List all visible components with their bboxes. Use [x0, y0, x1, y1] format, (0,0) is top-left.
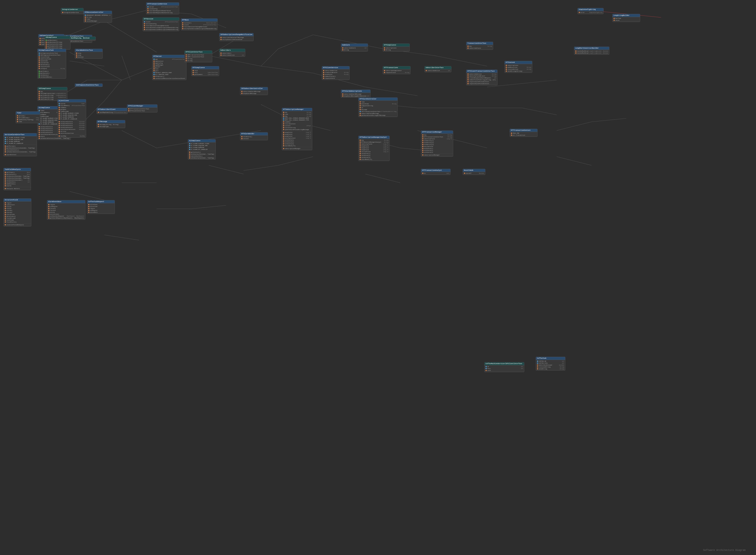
node-header: OTTContent [505, 61, 532, 64]
node-ott-client-manager[interactable]: OTTClientManager OTTTransactionInterface… [127, 104, 157, 113]
node-header: OTTSession [143, 17, 179, 20]
node-header: OTTTransactionService [146, 3, 179, 6]
node-integration-server[interactable]: IntegrationServer IntegrationService [61, 8, 84, 14]
node-transaction-interface[interactable]: TransactionInterface keyString subscribe… [466, 42, 493, 50]
node-header: OTTBase [181, 18, 218, 22]
node-structure-field[interactable]: StructureField region subContent fields … [3, 199, 31, 226]
node-ias-template-fuel-interface[interactable]: IASTemplateFuelInterface [75, 84, 103, 87]
node-header: LongShortConstructBuilder [574, 47, 609, 50]
node-otr-session-controller[interactable]: OTRSessionController BROADCAST_MESSAGE_I… [84, 11, 112, 23]
node-ott-message[interactable]: OTTMessage message(String, String) messa… [97, 120, 125, 128]
node-header: OTTTransactionManager [421, 131, 453, 134]
node-ott-compliance-2[interactable]: OTTCompliance subscriptions String [383, 44, 410, 51]
node-header: IOTCompliance [38, 87, 67, 90]
node-coffee-task-request[interactable]: CoffeeTaskRequest alarmTask alarmTime re… [87, 200, 115, 214]
node-header: HashMapLong, Boolean [70, 37, 95, 40]
node-ott-transaction-analyst[interactable]: OTTTransactionAnalyst ionull [421, 169, 451, 175]
node-header: OTTMessage [97, 120, 125, 123]
node-long-short-builder[interactable]: LongShortConstructBuilder handleMaxMorph… [574, 47, 609, 55]
node-header: OTTCompliance [192, 66, 219, 69]
node-header: OTTServer [152, 55, 186, 58]
node-service-alarm-interface[interactable]: ServiceAlarmInterface ST_ALARM_ALREADY_F… [3, 133, 37, 156]
node-ott-base[interactable]: OTTBase listenersSubscribersInt clientOT… [181, 18, 218, 30]
node-alarm-event-base[interactable]: AlarmEventBase region subRegion fields1 … [47, 200, 85, 220]
node-iot-subs-controller[interactable]: IOTSubscriberController subscribeAlarmMe… [240, 87, 268, 95]
node-coffee-machine-servicer[interactable]: CoffeeMachineServicerlOTClientlnterface … [484, 362, 524, 372]
node-ott-transaction-manager[interactable]: OTTTransactionManager keyString OTTTrans… [421, 131, 453, 157]
node-header: AlarmNodeInterface [75, 49, 102, 52]
node-header: OTTTransactions [383, 66, 410, 69]
node-ott-subscription-manager-analyst[interactable]: OTTSubscriptionManagerAnalyst keyString … [358, 136, 390, 161]
node-header: TaskFieldAnalysis [4, 168, 31, 171]
node-coffee-task[interactable]: CoffeeTask COFFEE_OKint COFFEE_FAILint d… [536, 357, 565, 371]
node-header: OTTClientManager [127, 104, 157, 108]
node-ott-central[interactable]: OTTServer appOTTClientInterface appConte… [152, 55, 186, 80]
node-header: IASTemplateFuelInterface [75, 84, 102, 87]
node-long-string-builder[interactable]: LongStringBuilder MaxTime Value [612, 14, 640, 22]
node-ott-session[interactable]: OTTSession clientOTTClientInterface sess… [143, 17, 179, 31]
node-io-compliance[interactable]: IOCompliance getBoolean() getBoolean(Str… [44, 36, 70, 50]
node-header: IOTSubscriptionsChangeNotification [219, 33, 253, 36]
node-ott-transaction-service[interactable]: OTTTransactionService serverOTTTransacti… [146, 2, 179, 14]
node-header: ResultNode [463, 169, 485, 172]
node-ott-transaction-manager-2[interactable]: OTTClientTransactionInterface subscribeA… [466, 70, 498, 85]
node-alarm-node-interface[interactable]: AlarmNodeInterface long long boolean [75, 49, 103, 59]
node-header: ALIotClient [58, 99, 86, 102]
node-ott-alarm-controller[interactable]: OTTAlarmController Time AlarmTimeString … [358, 97, 398, 117]
node-ott-subscriptions[interactable]: IOTSubscriptionsChangeNotification subsc… [219, 33, 254, 41]
node-header: OTTCompliance [383, 44, 410, 47]
node-subscribers[interactable]: Subscribers subscribers subscribeActioni… [219, 49, 245, 57]
node-header: StructureField [4, 199, 31, 202]
node-ott-client-interface[interactable]: OTTClientInterface GRPC ServerInterface … [184, 50, 212, 62]
node-header: Timer [16, 112, 40, 115]
node-header: OTTClientService [322, 66, 349, 69]
node-context[interactable]: OTTTransactionContext PROC_PRE prc_Trans… [510, 129, 537, 137]
node-ott-content[interactable]: OTTContent subscriptions addResultionStr… [505, 61, 532, 73]
node-ott-compliance[interactable]: OTTCompliance void nullCyberInterface ge… [191, 66, 219, 76]
node-header: ALComplianceTask [38, 49, 66, 52]
node-header: LongStringBuilder [613, 14, 640, 17]
node-header: OTTSubscriberClient [97, 108, 128, 111]
node-mid-right-1[interactable]: OTTClientService subscribeAction itemFie… [322, 66, 350, 80]
node-header: OTTAlarmController [359, 98, 397, 100]
node-header: OTTTransactionContext [510, 129, 537, 132]
node-ott-subscription-manager[interactable]: OTTSubscriptionManager keyString timeStr… [282, 108, 312, 150]
node-header: ServiceAlarmInterface [4, 133, 37, 136]
node-header: OTTSubscriptionManagerAnalyst [359, 136, 389, 139]
node-ott-alarm-sender[interactable]: OTTAlarmSender sendAlarm() content [240, 132, 268, 140]
node-header: OTTAlarmSender [240, 132, 268, 135]
connection-lines [0, 0, 756, 555]
node-header: IOCompliance [45, 36, 70, 39]
node-sub-alarm[interactable]: SubAlarm subscribeAlarmint String [341, 44, 368, 51]
node-result-node[interactable]: ResultNode alarmITBoolean [463, 169, 485, 175]
field-ok: ok [487, 366, 489, 368]
node-header: AlarmEventBase [47, 200, 85, 203]
node-header: IOTSubscriberController [240, 87, 268, 90]
node-header: OTRSessionController [84, 11, 112, 14]
node-header: OTTClientInterface [185, 51, 212, 54]
node-ott-subscriber-client[interactable]: OTTSubscriberClient hashMapSomethingOTTC… [97, 108, 128, 114]
node-large-structure[interactable]: ALCompliance ST_ALARM_ALREADY_FIXED ST_A… [188, 139, 216, 160]
diagram-canvas: OTRSessionController BROADCAST_MESSAGE_I… [0, 0, 756, 555]
node-task-field-analysis[interactable]: TaskFieldAnalysis getItems()None getCont… [3, 168, 31, 190]
node-iot-compliance[interactable]: IOTCompliance ips IOTCompliance(ips)Long… [37, 87, 67, 101]
node-header: CoffeeTaskRequest [87, 200, 114, 203]
node-header: OTTClientTransactionInterface [466, 70, 497, 73]
node-header: OTTAlarmSubscriptions [341, 90, 370, 93]
node-header: SubAlarm [341, 44, 368, 47]
node-hashmap-along[interactable]: HashMapLong, Boolean [69, 37, 96, 41]
node-header: SimpleConfigString [578, 8, 604, 11]
node-subscriber-interface[interactable]: SubscriberInterface subscribeActionint [424, 66, 452, 72]
node-header: SubscriberInterface [425, 66, 451, 69]
node-mid-right-2[interactable]: OTTTransactions subscribeCompliance requ… [383, 66, 411, 74]
node-al-iot-client[interactable]: ALIotClient alarmsTimer alarmMemoryOTTCl… [57, 99, 86, 138]
node-header: CoffeeTask [536, 357, 565, 360]
node-header: Subscribers [219, 49, 245, 52]
node-ott-alarm-subscriptions[interactable]: OTTAlarmSubscriptions subscribeAlarmMess… [341, 90, 371, 98]
node-header: TransactionInterface [466, 42, 493, 45]
node-al-compliance-task[interactable]: ALComplianceTask ALComplianceInterface I… [37, 49, 66, 79]
node-timer[interactable]: Timer period() periodAllow()long addAlar… [16, 112, 40, 123]
node-simple-config-string[interactable]: SimpleConfigString errorSimpleConfigStri… [577, 8, 604, 14]
node-header: OTTSubscriptionManager [282, 108, 312, 111]
node-header: ALCompliance [188, 139, 216, 142]
